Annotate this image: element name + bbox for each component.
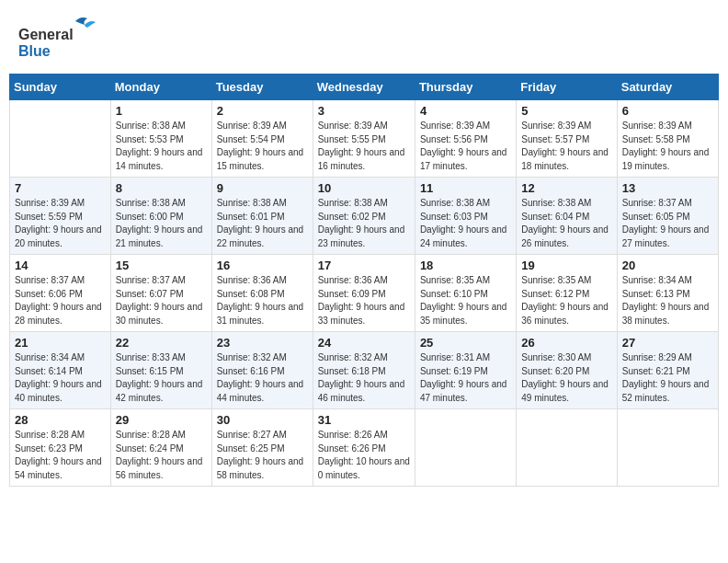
calendar-cell: 30Sunrise: 8:27 AMSunset: 6:25 PMDayligh… bbox=[211, 409, 313, 487]
day-number: 12 bbox=[521, 181, 611, 195]
day-info: Sunrise: 8:36 AMSunset: 6:09 PMDaylight:… bbox=[318, 274, 410, 327]
day-number: 13 bbox=[622, 181, 713, 195]
day-info: Sunrise: 8:38 AMSunset: 5:53 PMDaylight:… bbox=[116, 120, 207, 173]
day-of-week-header: Thursday bbox=[415, 75, 516, 100]
calendar-week-row: 7Sunrise: 8:39 AMSunset: 5:59 PMDaylight… bbox=[10, 178, 719, 255]
day-info: Sunrise: 8:35 AMSunset: 6:12 PMDaylight:… bbox=[521, 274, 611, 327]
calendar-cell: 21Sunrise: 8:34 AMSunset: 6:14 PMDayligh… bbox=[10, 332, 111, 409]
day-info: Sunrise: 8:29 AMSunset: 6:21 PMDaylight:… bbox=[622, 351, 713, 405]
calendar-table: SundayMondayTuesdayWednesdayThursdayFrid… bbox=[9, 74, 719, 487]
calendar-cell: 20Sunrise: 8:34 AMSunset: 6:13 PMDayligh… bbox=[617, 255, 718, 332]
day-number: 26 bbox=[521, 336, 611, 350]
day-number: 31 bbox=[318, 413, 410, 427]
day-info: Sunrise: 8:38 AMSunset: 6:03 PMDaylight:… bbox=[420, 197, 511, 250]
day-info: Sunrise: 8:26 AMSunset: 6:26 PMDaylight:… bbox=[318, 429, 410, 482]
day-info: Sunrise: 8:31 AMSunset: 6:19 PMDaylight:… bbox=[420, 351, 511, 405]
day-number: 4 bbox=[420, 104, 511, 118]
day-number: 25 bbox=[420, 336, 511, 350]
calendar-cell: 16Sunrise: 8:36 AMSunset: 6:08 PMDayligh… bbox=[211, 255, 313, 332]
day-number: 20 bbox=[622, 259, 713, 272]
day-number: 8 bbox=[116, 181, 207, 195]
calendar-cell: 6Sunrise: 8:39 AMSunset: 5:58 PMDaylight… bbox=[617, 100, 718, 178]
day-number: 3 bbox=[318, 104, 410, 118]
day-info: Sunrise: 8:38 AMSunset: 6:02 PMDaylight:… bbox=[318, 197, 410, 250]
calendar-cell: 15Sunrise: 8:37 AMSunset: 6:07 PMDayligh… bbox=[110, 255, 211, 332]
day-info: Sunrise: 8:28 AMSunset: 6:23 PMDaylight:… bbox=[15, 429, 106, 482]
svg-text:General: General bbox=[18, 27, 74, 42]
day-info: Sunrise: 8:32 AMSunset: 6:16 PMDaylight:… bbox=[217, 351, 308, 405]
calendar-cell: 10Sunrise: 8:38 AMSunset: 6:02 PMDayligh… bbox=[313, 178, 415, 255]
day-number: 6 bbox=[622, 104, 713, 118]
day-of-week-header: Tuesday bbox=[211, 75, 313, 100]
calendar-cell: 7Sunrise: 8:39 AMSunset: 5:59 PMDaylight… bbox=[10, 178, 111, 255]
calendar-cell bbox=[415, 409, 516, 487]
day-number: 16 bbox=[217, 259, 308, 272]
day-of-week-header: Saturday bbox=[617, 75, 718, 100]
calendar-cell: 31Sunrise: 8:26 AMSunset: 6:26 PMDayligh… bbox=[313, 409, 415, 487]
day-of-week-header: Sunday bbox=[10, 75, 111, 100]
day-info: Sunrise: 8:35 AMSunset: 6:10 PMDaylight:… bbox=[420, 274, 511, 327]
calendar-cell: 13Sunrise: 8:37 AMSunset: 6:05 PMDayligh… bbox=[617, 178, 718, 255]
calendar-cell: 9Sunrise: 8:38 AMSunset: 6:01 PMDaylight… bbox=[211, 178, 313, 255]
calendar-cell: 23Sunrise: 8:32 AMSunset: 6:16 PMDayligh… bbox=[211, 332, 313, 409]
calendar-week-row: 21Sunrise: 8:34 AMSunset: 6:14 PMDayligh… bbox=[10, 332, 719, 409]
calendar-cell: 2Sunrise: 8:39 AMSunset: 5:54 PMDaylight… bbox=[211, 100, 313, 178]
day-of-week-header: Monday bbox=[110, 75, 211, 100]
calendar-cell: 5Sunrise: 8:39 AMSunset: 5:57 PMDaylight… bbox=[517, 100, 617, 178]
day-info: Sunrise: 8:38 AMSunset: 6:01 PMDaylight:… bbox=[217, 197, 308, 250]
day-info: Sunrise: 8:32 AMSunset: 6:18 PMDaylight:… bbox=[318, 351, 410, 405]
day-info: Sunrise: 8:34 AMSunset: 6:13 PMDaylight:… bbox=[622, 274, 713, 327]
day-info: Sunrise: 8:38 AMSunset: 6:04 PMDaylight:… bbox=[521, 197, 611, 250]
calendar-cell: 14Sunrise: 8:37 AMSunset: 6:06 PMDayligh… bbox=[10, 255, 111, 332]
logo-svg: General Blue bbox=[18, 14, 119, 60]
day-number: 10 bbox=[318, 181, 410, 195]
day-info: Sunrise: 8:39 AMSunset: 5:54 PMDaylight:… bbox=[217, 120, 308, 173]
day-number: 23 bbox=[217, 336, 308, 350]
day-of-week-header: Wednesday bbox=[313, 75, 415, 100]
calendar-cell: 3Sunrise: 8:39 AMSunset: 5:55 PMDaylight… bbox=[313, 100, 415, 178]
calendar-cell: 11Sunrise: 8:38 AMSunset: 6:03 PMDayligh… bbox=[415, 178, 516, 255]
calendar-cell: 4Sunrise: 8:39 AMSunset: 5:56 PMDaylight… bbox=[415, 100, 516, 178]
calendar-week-row: 28Sunrise: 8:28 AMSunset: 6:23 PMDayligh… bbox=[10, 409, 719, 487]
day-info: Sunrise: 8:33 AMSunset: 6:15 PMDaylight:… bbox=[116, 351, 207, 405]
day-number: 29 bbox=[116, 413, 207, 427]
day-number: 21 bbox=[15, 336, 106, 350]
day-number: 14 bbox=[15, 259, 106, 272]
day-number: 18 bbox=[420, 259, 511, 272]
day-info: Sunrise: 8:27 AMSunset: 6:25 PMDaylight:… bbox=[217, 429, 308, 482]
day-info: Sunrise: 8:39 AMSunset: 5:59 PMDaylight:… bbox=[15, 197, 106, 250]
day-number: 24 bbox=[318, 336, 410, 350]
calendar-cell: 24Sunrise: 8:32 AMSunset: 6:18 PMDayligh… bbox=[313, 332, 415, 409]
calendar-cell: 28Sunrise: 8:28 AMSunset: 6:23 PMDayligh… bbox=[10, 409, 111, 487]
svg-text:Blue: Blue bbox=[18, 43, 51, 59]
calendar-header-row: SundayMondayTuesdayWednesdayThursdayFrid… bbox=[10, 75, 719, 100]
day-info: Sunrise: 8:39 AMSunset: 5:57 PMDaylight:… bbox=[521, 120, 611, 173]
calendar-cell: 8Sunrise: 8:38 AMSunset: 6:00 PMDaylight… bbox=[110, 178, 211, 255]
day-number: 9 bbox=[217, 181, 308, 195]
calendar-cell: 22Sunrise: 8:33 AMSunset: 6:15 PMDayligh… bbox=[110, 332, 211, 409]
day-info: Sunrise: 8:39 AMSunset: 5:55 PMDaylight:… bbox=[318, 120, 410, 173]
calendar-cell: 1Sunrise: 8:38 AMSunset: 5:53 PMDaylight… bbox=[110, 100, 211, 178]
calendar-cell: 25Sunrise: 8:31 AMSunset: 6:19 PMDayligh… bbox=[415, 332, 516, 409]
calendar-cell: 17Sunrise: 8:36 AMSunset: 6:09 PMDayligh… bbox=[313, 255, 415, 332]
calendar-week-row: 1Sunrise: 8:38 AMSunset: 5:53 PMDaylight… bbox=[10, 100, 719, 178]
day-number: 30 bbox=[217, 413, 308, 427]
day-info: Sunrise: 8:30 AMSunset: 6:20 PMDaylight:… bbox=[521, 351, 611, 405]
day-number: 2 bbox=[217, 104, 308, 118]
day-info: Sunrise: 8:38 AMSunset: 6:00 PMDaylight:… bbox=[116, 197, 207, 250]
day-number: 17 bbox=[318, 259, 410, 272]
calendar-cell: 26Sunrise: 8:30 AMSunset: 6:20 PMDayligh… bbox=[517, 332, 617, 409]
calendar-cell bbox=[617, 409, 718, 487]
day-info: Sunrise: 8:37 AMSunset: 6:06 PMDaylight:… bbox=[15, 274, 106, 327]
page-header: General Blue bbox=[9, 9, 719, 64]
calendar-cell bbox=[10, 100, 111, 178]
calendar-cell: 29Sunrise: 8:28 AMSunset: 6:24 PMDayligh… bbox=[110, 409, 211, 487]
day-number: 1 bbox=[116, 104, 207, 118]
day-number: 22 bbox=[116, 336, 207, 350]
day-number: 27 bbox=[622, 336, 713, 350]
calendar-cell: 12Sunrise: 8:38 AMSunset: 6:04 PMDayligh… bbox=[517, 178, 617, 255]
calendar-cell: 27Sunrise: 8:29 AMSunset: 6:21 PMDayligh… bbox=[617, 332, 718, 409]
day-number: 5 bbox=[521, 104, 611, 118]
day-number: 15 bbox=[116, 259, 207, 272]
day-number: 7 bbox=[15, 181, 106, 195]
